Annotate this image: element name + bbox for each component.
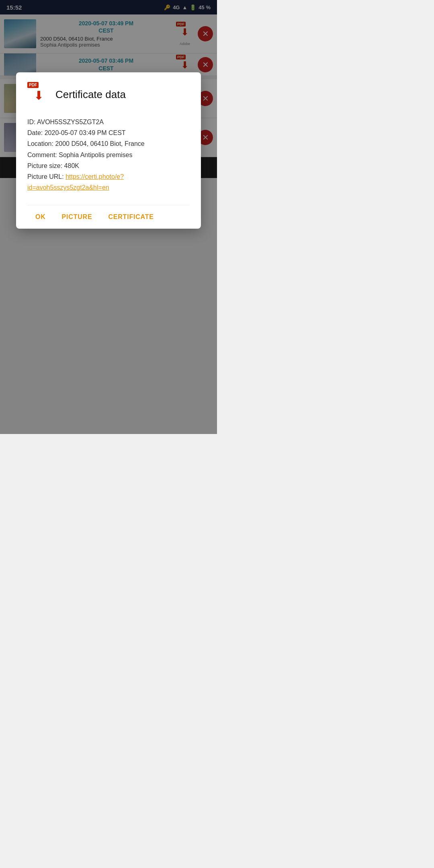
field-size-label: Picture size: [27,162,62,169]
field-comment-label: Comment: [27,151,57,158]
dialog-overlay[interactable]: PDF ⬇ Certificate data ID: AVOH5SSZYS5ZG… [0,0,217,434]
picture-button[interactable]: PICTURE [54,208,100,226]
field-url-label: Picture URL: [27,173,64,180]
ok-button[interactable]: OK [27,208,54,226]
field-id-value: AVOH5SSZYS5ZGT2A [37,119,104,125]
dialog-title: Certificate data [55,88,126,101]
field-date-label: Date: [27,129,43,136]
dialog-pdf-icon: PDF ⬇ [27,82,50,107]
certificate-dialog: PDF ⬇ Certificate data ID: AVOH5SSZYS5ZG… [16,72,201,229]
certificate-button[interactable]: CERTIFICATE [100,208,162,226]
field-date-value: 2020-05-07 03:49 PM CEST [45,129,126,136]
dialog-header: PDF ⬇ Certificate data [27,82,190,107]
field-location-value: 2000 D504, 06410 Biot, France [55,140,144,147]
field-id-label: ID: [27,119,35,125]
dialog-body: ID: AVOH5SSZYS5ZGT2A Date: 2020-05-07 03… [27,117,190,193]
field-location-label: Location: [27,140,53,147]
field-size-value: 480K [64,162,79,169]
field-comment-value: Sophia Antipolis premises [59,151,132,158]
dialog-actions: OK PICTURE CERTIFICATE [27,205,190,229]
